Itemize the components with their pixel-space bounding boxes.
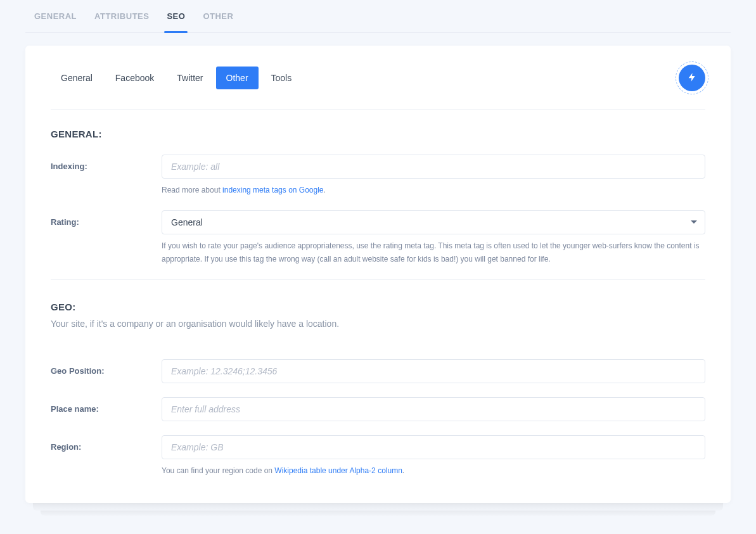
place-name-input[interactable] bbox=[162, 397, 705, 421]
region-help-link[interactable]: Wikipedia table under Alpha-2 column bbox=[274, 466, 402, 475]
top-tabs: GENERAL ATTRIBUTES SEO OTHER bbox=[25, 0, 731, 33]
tab-general[interactable]: GENERAL bbox=[25, 0, 86, 32]
subtab-general[interactable]: General bbox=[51, 67, 103, 89]
region-label: Region: bbox=[51, 435, 162, 452]
tab-seo[interactable]: SEO bbox=[158, 0, 194, 32]
region-help: You can find your region code on Wikiped… bbox=[162, 464, 705, 477]
subtab-facebook[interactable]: Facebook bbox=[105, 67, 164, 89]
section-title-geo: GEO: bbox=[51, 302, 705, 312]
seo-card: General Facebook Twitter Other Tools GEN… bbox=[25, 46, 731, 503]
card-shadow bbox=[33, 503, 723, 511]
indexing-label: Indexing: bbox=[51, 155, 162, 171]
geo-desc: Your site, if it's a company or an organ… bbox=[51, 319, 705, 329]
bolt-button[interactable] bbox=[679, 65, 705, 91]
subtab-tools[interactable]: Tools bbox=[261, 67, 302, 89]
sub-tabs: General Facebook Twitter Other Tools bbox=[51, 67, 302, 89]
rating-label: Rating: bbox=[51, 210, 162, 227]
geo-position-input[interactable] bbox=[162, 359, 705, 383]
divider bbox=[51, 279, 705, 280]
rating-select[interactable]: General bbox=[162, 210, 705, 234]
place-name-label: Place name: bbox=[51, 397, 162, 414]
indexing-help-link[interactable]: indexing meta tags on Google bbox=[222, 186, 323, 194]
region-input[interactable] bbox=[162, 435, 705, 459]
subtab-twitter[interactable]: Twitter bbox=[167, 67, 213, 89]
indexing-input[interactable] bbox=[162, 155, 705, 179]
rating-help: If you wish to rate your page's audience… bbox=[162, 239, 705, 265]
subtab-other[interactable]: Other bbox=[216, 67, 259, 89]
tab-attributes[interactable]: ATTRIBUTES bbox=[86, 0, 158, 32]
tab-other[interactable]: OTHER bbox=[194, 0, 242, 32]
section-title-general: GENERAL: bbox=[51, 129, 705, 139]
card-shadow-2 bbox=[41, 511, 715, 516]
bolt-icon bbox=[687, 72, 697, 84]
geo-position-label: Geo Position: bbox=[51, 359, 162, 376]
indexing-help: Read more about indexing meta tags on Go… bbox=[162, 184, 705, 196]
